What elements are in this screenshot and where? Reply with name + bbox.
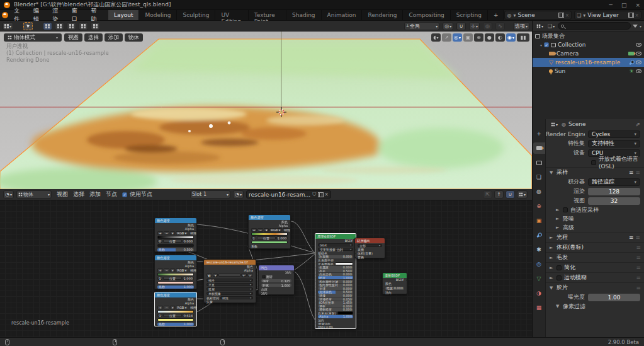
shading-wireframe-button[interactable]: ⊕ xyxy=(474,33,483,42)
position-field[interactable]: 位置 xyxy=(257,236,276,240)
prop-panel-体积(卷标)[interactable]: ►体积(卷标)≡ xyxy=(546,242,644,252)
outliner-item-label[interactable]: Collection xyxy=(558,42,634,48)
socket-input[interactable] xyxy=(315,326,316,328)
outliner-item-label[interactable]: rescale-un16-resample xyxy=(555,59,627,66)
socket-input[interactable] xyxy=(315,312,316,314)
properties-context-icon[interactable]: ▾ xyxy=(550,120,559,129)
viewport-menu-物体[interactable]: 物体 xyxy=(125,33,143,42)
properties-tab-output[interactable] xyxy=(533,157,545,168)
slot-dropdown[interactable]: Slot 1▾ xyxy=(190,190,230,199)
remove-stop-button[interactable]: − xyxy=(164,306,169,309)
use-nodes-checkbox[interactable]: ✓ xyxy=(122,192,127,197)
new-scene-icon[interactable] xyxy=(558,13,563,18)
高光-slider[interactable]: 高光0.500 xyxy=(318,269,353,272)
close-button[interactable]: × xyxy=(635,2,640,8)
viewport-3d[interactable]: 物体模式▾ 视图选择添加物体 ◖▾ ↗ ◎▾ ▣ ⊕ ● ◐ ◉▾ ▮▮ 用户透… xyxy=(0,32,532,189)
node-colorramp-c[interactable]: 颜色渐变颜色Alpha+−▾RGB ▾线性 ▾1位置1.000系数1.000 xyxy=(154,255,197,289)
socket-output[interactable] xyxy=(196,262,196,263)
prop-field-视图[interactable]: 32 xyxy=(588,197,640,205)
node-menu-选择[interactable]: 选择 xyxy=(71,190,87,199)
socket-input[interactable] xyxy=(315,263,316,265)
tab-modeling[interactable]: Modeling xyxy=(139,10,177,20)
socket-input[interactable] xyxy=(315,294,316,296)
properties-tab-material[interactable]: ◑ xyxy=(533,287,545,299)
prop-field-曝光度[interactable]: 1.00 xyxy=(588,294,640,301)
filter-icon[interactable] xyxy=(633,25,638,28)
interpolation-dropdown[interactable]: 线性 ▾ xyxy=(189,306,196,309)
properties-tab-modifiers[interactable] xyxy=(533,229,545,241)
outliner-row-rescale-un16-resample[interactable]: ▽rescale-un16-resample xyxy=(533,58,644,67)
ramp-options-button[interactable]: ▾ xyxy=(170,268,175,272)
prop-checkbox[interactable] xyxy=(591,160,596,165)
tab-shading[interactable]: Shading xyxy=(286,10,322,20)
object-visibility-dropdown[interactable]: ◖▾ xyxy=(431,33,441,42)
清漆-slider[interactable]: 清漆0.000 xyxy=(318,294,353,297)
mode-dropdown[interactable]: 物体模式▾ xyxy=(4,33,62,42)
unlink-material-icon[interactable]: × xyxy=(324,192,329,197)
source-dropdown[interactable]: 单帧图像▾ xyxy=(206,292,253,296)
scene-selector[interactable]: ◍ ▾ Scene × xyxy=(504,11,572,20)
properties-tab-texture[interactable]: ▦ xyxy=(533,302,545,313)
Alpha-slider[interactable]: Alpha1.000 xyxy=(318,315,353,318)
outliner-item-label[interactable]: Camera xyxy=(556,50,626,57)
editor-type-button[interactable]: ▾ xyxy=(3,22,13,30)
transform-orientation-dropdown[interactable]: ⟂ 全局▾ xyxy=(404,22,439,30)
image-browse-chevron[interactable]: ▾ xyxy=(213,274,218,277)
interpolation-dropdown[interactable]: 线性 ▾ xyxy=(189,231,196,235)
new-view-layer-icon[interactable] xyxy=(628,13,633,18)
socket-input[interactable] xyxy=(315,298,316,300)
tab-animation[interactable]: Animation xyxy=(322,10,363,20)
socket-output[interactable] xyxy=(255,270,256,272)
光泽-slider[interactable]: 光泽0.000 xyxy=(318,287,353,290)
socket-output[interactable] xyxy=(196,228,196,230)
tab-texture-paint[interactable]: Texture Paint xyxy=(249,10,286,20)
expand-arrow-icon[interactable]: ▾ xyxy=(540,43,542,47)
stop-index-field[interactable]: 0 xyxy=(157,239,162,243)
prop-dropdown-Render Engine[interactable]: Cycles▾ xyxy=(588,130,640,138)
invert-checkbox[interactable] xyxy=(263,275,266,278)
prop-subpanel-像素过滤[interactable]: ▼像素过滤 xyxy=(546,302,644,311)
prop-panel-毛发[interactable]: ►毛发≡ xyxy=(546,252,644,262)
pause-render-button[interactable]: ▮▮ xyxy=(517,33,529,42)
panel-checkbox[interactable] xyxy=(556,275,562,280)
material-name[interactable]: rescale-un16-resam... xyxy=(249,192,310,198)
copy-material-icon[interactable] xyxy=(318,192,322,197)
hide-in-viewport-toggle[interactable] xyxy=(636,52,641,55)
outliner-row-collection[interactable]: ▾✓Collection xyxy=(533,40,644,49)
socket-output[interactable] xyxy=(255,266,256,268)
viewport-menu-视图[interactable]: 视图 xyxy=(64,33,82,42)
stop-index-field[interactable]: 1 xyxy=(157,314,162,318)
socket-input[interactable] xyxy=(315,256,316,258)
socket-input[interactable] xyxy=(315,267,316,268)
remove-stop-button[interactable]: − xyxy=(164,231,169,235)
次表面-slider[interactable]: 次表面0.000 xyxy=(318,255,353,258)
糙度-slider[interactable]: 糙度1.000 xyxy=(318,276,353,279)
colorspace-dropdown[interactable]: 线性▾ xyxy=(220,296,253,300)
shading-material-button[interactable]: ◐ xyxy=(495,33,505,42)
socket-input[interactable] xyxy=(259,289,259,291)
tab-rendering[interactable]: Rendering xyxy=(362,10,403,20)
add-stop-button[interactable]: + xyxy=(157,268,163,272)
color-mode-dropdown[interactable]: RGB ▾ xyxy=(269,228,282,232)
interpolation-dropdown[interactable]: 线性 ▾ xyxy=(283,228,290,232)
socket-output[interactable] xyxy=(406,279,407,281)
socket-input[interactable] xyxy=(355,249,356,251)
select-mode-extend-button[interactable] xyxy=(55,22,64,30)
remove-view-layer-icon[interactable]: × xyxy=(635,13,639,18)
prop-subpanel-自适应采样[interactable]: ►自适应采样 xyxy=(546,205,644,214)
socket-input[interactable] xyxy=(259,284,259,286)
select-mode-box-button[interactable] xyxy=(43,22,52,30)
socket-input[interactable] xyxy=(155,286,155,288)
outliner-row-sun[interactable]: Sun☀ xyxy=(533,67,644,76)
panel-presets-icon[interactable]: ≡≡ xyxy=(629,234,640,241)
socket-output[interactable] xyxy=(290,225,290,227)
position-value[interactable]: 0.614 xyxy=(183,314,194,318)
node-material-output[interactable]: 材质输出全部▾表面体积(音量)置换 xyxy=(354,238,385,258)
hide-in-viewport-toggle[interactable] xyxy=(636,69,641,73)
properties-tab-data[interactable]: ▽ xyxy=(533,273,545,284)
socket-output[interactable] xyxy=(293,272,294,274)
add-stop-button[interactable]: + xyxy=(251,228,257,232)
socket-input[interactable] xyxy=(259,292,259,294)
socket-output[interactable] xyxy=(290,221,290,223)
socket-input[interactable] xyxy=(315,259,316,261)
